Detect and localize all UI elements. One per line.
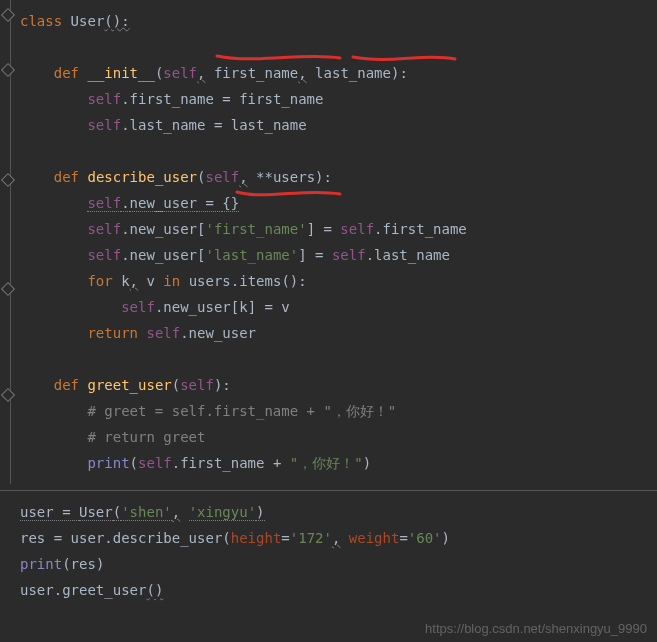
- fold-icon[interactable]: [1, 282, 15, 296]
- code-line: [20, 138, 657, 164]
- code-line: def describe_user(self, **users):: [20, 164, 657, 190]
- code-line: return self.new_user: [20, 320, 657, 346]
- fold-icon[interactable]: [1, 8, 15, 22]
- code-editor[interactable]: class User(): def __init__(self, first_n…: [0, 0, 657, 484]
- code-line: [20, 34, 657, 60]
- code-line: def __init__(self, first_name, last_name…: [20, 60, 657, 86]
- fold-icon[interactable]: [1, 388, 15, 402]
- code-line: def greet_user(self):: [20, 372, 657, 398]
- fold-icon[interactable]: [1, 173, 15, 187]
- code-line: res = user.describe_user(height='172', w…: [20, 525, 657, 551]
- divider: [0, 490, 657, 491]
- code-line: self.last_name = last_name: [20, 112, 657, 138]
- code-line: print(self.first_name + "，你好！"): [20, 450, 657, 476]
- code-line: for k, v in users.items():: [20, 268, 657, 294]
- code-editor-lower[interactable]: user = User('shen', 'xingyu') res = user…: [0, 495, 657, 611]
- code-line: print(res): [20, 551, 657, 577]
- code-line: # return greet: [20, 424, 657, 450]
- code-line: [20, 346, 657, 372]
- code-line: self.new_user = {}: [20, 190, 657, 216]
- watermark: https://blog.csdn.net/shenxingyu_9990: [425, 621, 647, 636]
- code-line: user = User('shen', 'xingyu'): [20, 499, 657, 525]
- code-line: class User():: [20, 8, 657, 34]
- fold-icon[interactable]: [1, 63, 15, 77]
- code-line: user.greet_user(): [20, 577, 657, 603]
- code-line: self.first_name = first_name: [20, 86, 657, 112]
- gutter: [0, 0, 11, 484]
- code-line: self.new_user['first_name'] = self.first…: [20, 216, 657, 242]
- code-line: self.new_user[k] = v: [20, 294, 657, 320]
- code-line: # greet = self.first_name + "，你好！": [20, 398, 657, 424]
- code-line: self.new_user['last_name'] = self.last_n…: [20, 242, 657, 268]
